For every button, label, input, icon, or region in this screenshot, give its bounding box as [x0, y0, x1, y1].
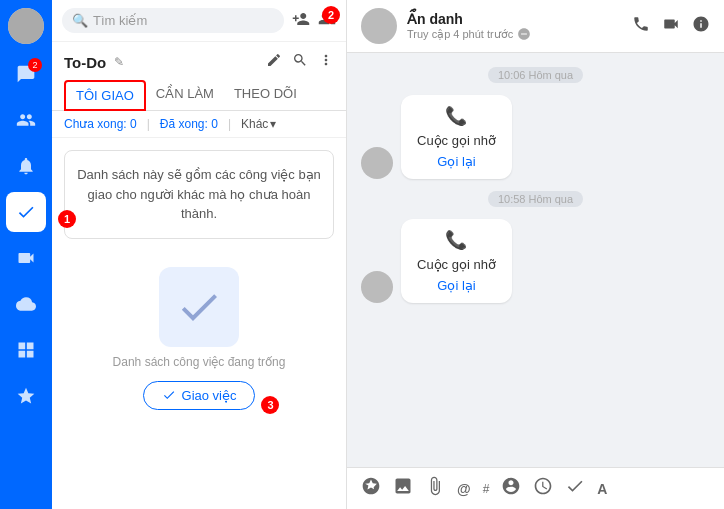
contact-icon[interactable] [501, 476, 521, 501]
chat-header: Ẩn danh Truy cập 4 phút trước [347, 0, 724, 53]
search-input[interactable] [93, 13, 274, 28]
search-todo-icon[interactable] [292, 52, 308, 72]
sub-tab-khac[interactable]: Khác ▾ [241, 117, 276, 131]
annotation-3-wrap: Giao việc 3 [143, 377, 256, 410]
info-box: Danh sách này sẽ gồm các công việc bạn g… [64, 150, 334, 239]
sub-tab-da-xong[interactable]: Đã xong: 0 [160, 117, 218, 131]
tab-can-lam[interactable]: CẦN LÀM [146, 80, 224, 111]
sticker-icon[interactable] [361, 476, 381, 501]
annotation-3: 3 [261, 396, 279, 414]
search-icon: 🔍 [72, 13, 88, 28]
message-row-1: 📞 Cuộc gọi nhỡ Gọi lại [361, 95, 710, 179]
sub-tab-chua-xong[interactable]: Chưa xong: 0 [64, 117, 137, 131]
sidebar-icon-notifications[interactable] [6, 146, 46, 186]
sub-tabs: Chưa xong: 0 | Đã xong: 0 | Khác ▾ [52, 111, 346, 138]
tab-toi-giao[interactable]: TÔI GIAO [64, 80, 146, 111]
avatar[interactable] [8, 8, 44, 44]
todo-header: To-Do ✎ 2 [52, 42, 346, 72]
task-check-icon[interactable] [565, 476, 585, 501]
todo-header-actions [266, 52, 334, 72]
message-avatar-2 [361, 271, 393, 303]
chat-user-info: Ẩn danh Truy cập 4 phút trước [407, 11, 531, 41]
time-label-1: 10:06 Hôm qua [488, 67, 583, 83]
todo-edit-icon[interactable]: ✎ [114, 55, 124, 69]
annotation-2: 2 [322, 6, 340, 24]
phone-icon[interactable] [632, 15, 650, 37]
image-icon[interactable] [393, 476, 413, 501]
sidebar-icon-star[interactable] [6, 376, 46, 416]
chat-toolbar: @ # A [347, 467, 724, 509]
chat-username: Ẩn danh [407, 11, 531, 27]
call-back-btn-2[interactable]: Gọi lại [437, 278, 475, 293]
text-format-icon[interactable]: A [597, 481, 607, 497]
call-back-btn-1[interactable]: Gọi lại [437, 154, 475, 169]
sub-tab-divider-2: | [228, 117, 231, 131]
time-label-2: 10:58 Hôm qua [488, 191, 583, 207]
tag-icon[interactable]: # [483, 482, 490, 496]
sub-tab-divider-1: | [147, 117, 150, 131]
tab-theo-doi[interactable]: THEO DÕI [224, 80, 307, 111]
missed-call-text-2: Cuộc gọi nhỡ [417, 257, 496, 272]
todo-title: To-Do [64, 54, 106, 71]
sidebar-icon-tasks[interactable] [6, 192, 46, 232]
sidebar-icon-cloud[interactable] [6, 284, 46, 324]
todo-tabs: TÔI GIAO CẦN LÀM THEO DÕI [52, 80, 346, 111]
empty-check-icon [159, 267, 239, 347]
sidebar-icon-chat[interactable]: 2 [6, 54, 46, 94]
message-bubble-2: 📞 Cuộc gọi nhỡ Gọi lại [401, 219, 512, 303]
missed-call-icon-1: 📞 [445, 105, 467, 127]
mention-icon[interactable]: @ [457, 481, 471, 497]
chat-messages: 10:06 Hôm qua 📞 Cuộc gọi nhỡ Gọi lại 10:… [347, 53, 724, 467]
message-bubble-1: 📞 Cuộc gọi nhỡ Gọi lại [401, 95, 512, 179]
assign-button[interactable]: Giao việc [143, 381, 256, 410]
missed-call-text-1: Cuộc gọi nhỡ [417, 133, 496, 148]
chat-header-actions [632, 15, 710, 37]
chat-avatar [361, 8, 397, 44]
info-icon[interactable] [692, 15, 710, 37]
settings-todo-icon[interactable] [318, 52, 334, 72]
sidebar: 2 [0, 0, 52, 509]
chat-status: Truy cập 4 phút trước [407, 27, 531, 41]
search-input-wrap[interactable]: 🔍 [62, 8, 284, 33]
chevron-down-icon: ▾ [270, 117, 276, 131]
annotation-1: 1 [58, 210, 76, 228]
attachment-icon[interactable] [425, 476, 445, 501]
sidebar-icon-grid[interactable] [6, 330, 46, 370]
compose-icon[interactable] [266, 52, 282, 72]
add-friend-icon[interactable] [292, 10, 310, 32]
clock-icon[interactable] [533, 476, 553, 501]
chat-badge: 2 [28, 58, 42, 72]
sidebar-icon-contacts[interactable] [6, 100, 46, 140]
message-row-2: 📞 Cuộc gọi nhỡ Gọi lại [361, 219, 710, 303]
middle-panel: 🔍 To-Do ✎ 2 [52, 0, 347, 509]
empty-state: Danh sách công việc đang trống Giao việc… [52, 251, 346, 426]
search-bar: 🔍 [52, 0, 346, 42]
empty-text: Danh sách công việc đang trống [113, 355, 286, 369]
video-call-icon[interactable] [662, 15, 680, 37]
right-panel: Ẩn danh Truy cập 4 phút trước 10:06 Hôm … [347, 0, 724, 509]
sidebar-icon-video[interactable] [6, 238, 46, 278]
missed-call-icon-2: 📞 [445, 229, 467, 251]
message-avatar-1 [361, 147, 393, 179]
